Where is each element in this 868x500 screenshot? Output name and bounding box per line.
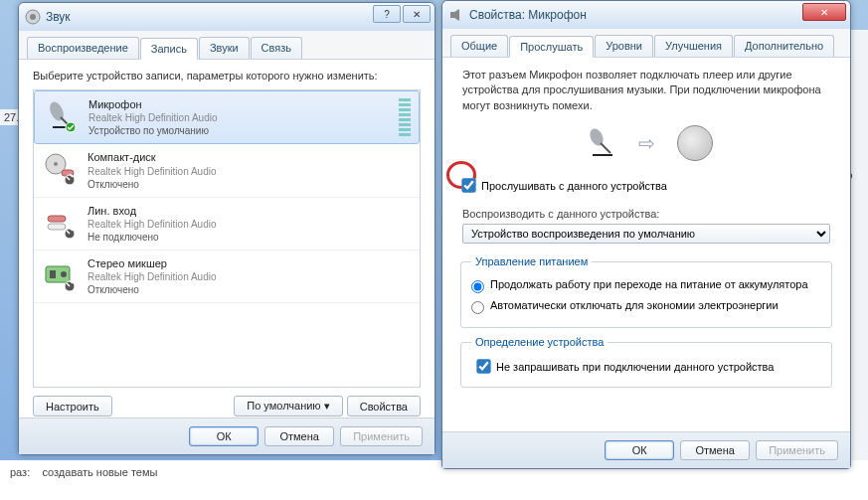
recording-instruction: Выберите устройство записи, параметры ко… <box>33 70 421 82</box>
listen-description: Этот разъем Микрофон позволяет подключат… <box>456 68 836 113</box>
device-list[interactable]: Микрофон Realtek High Definition Audio У… <box>33 89 421 388</box>
svg-point-15 <box>61 271 67 277</box>
device-driver: Realtek High Definition Audio <box>87 218 412 231</box>
playback-through-label: Воспроизводить с данного устройства: <box>456 204 836 222</box>
set-default-button[interactable]: По умолчанию ▾ <box>234 396 342 417</box>
svg-line-20 <box>601 143 610 153</box>
playback-device-select[interactable]: Устройство воспроизведения по умолчанию <box>462 224 830 244</box>
device-status: Отключено <box>87 283 412 296</box>
tabs-sound: Воспроизведение Запись Звуки Связь <box>19 31 434 60</box>
tab-recording[interactable]: Запись <box>140 38 198 60</box>
dialog-footer: ОК Отмена Применить <box>19 417 434 454</box>
listen-diagram: ⇨ <box>456 113 836 173</box>
power-continue-label: Продолжать работу при переходе на питани… <box>490 278 808 290</box>
tab-listen[interactable]: Прослушать <box>509 36 594 58</box>
listen-checkbox[interactable] <box>461 179 475 193</box>
listen-checkbox-label: Прослушивать с данного устройства <box>481 180 667 192</box>
detection-legend: Определение устройства <box>471 336 608 348</box>
device-linein[interactable]: Лин. вход Realtek High Definition Audio … <box>34 198 420 250</box>
device-cd[interactable]: Компакт-диск Realtek High Definition Aud… <box>34 144 420 197</box>
bg-raz: раз: <box>10 466 30 478</box>
titlebar-sound[interactable]: Звук ? ✕ <box>19 3 434 31</box>
tab-levels[interactable]: Уровни <box>595 35 653 57</box>
device-driver: Realtek High Definition Audio <box>87 165 412 178</box>
linein-icon <box>42 204 78 240</box>
ok-button[interactable]: ОК <box>605 440 674 460</box>
cancel-button[interactable]: Отмена <box>680 440 750 460</box>
tab-communications[interactable]: Связь <box>251 37 302 59</box>
device-stereomix[interactable]: Стерео микшер Realtek High Definition Au… <box>34 250 420 303</box>
power-continue-radio[interactable] <box>471 280 484 293</box>
help-button[interactable]: ? <box>373 5 401 23</box>
power-legend: Управление питанием <box>471 255 592 267</box>
titlebar-props[interactable]: Свойства: Микрофон ✕ <box>442 1 850 29</box>
tabs-props: Общие Прослушать Уровни Улучшения Дополн… <box>442 29 850 58</box>
sound-icon <box>25 9 41 25</box>
bg-bottom-text: создавать новые темы <box>42 466 157 478</box>
tab-advanced[interactable]: Дополнительно <box>734 35 834 57</box>
device-status: Не подключено <box>87 231 412 244</box>
device-status: Отключено <box>87 178 412 191</box>
device-status: Устройство по умолчанию <box>88 124 399 137</box>
microphone-icon <box>43 97 79 133</box>
jack-detection-group: Определение устройства Не запрашивать пр… <box>460 336 832 388</box>
properties-button[interactable]: Свойства <box>347 396 421 417</box>
device-name: Лин. вход <box>87 204 412 218</box>
power-auto-label: Автоматически отключать для экономии эле… <box>490 299 779 311</box>
window-sound: Звук ? ✕ Воспроизведение Запись Звуки Св… <box>18 2 435 455</box>
apply-button[interactable]: Применить <box>756 440 838 460</box>
detection-checkbox[interactable] <box>476 360 490 374</box>
configure-button[interactable]: Настроить <box>33 396 112 417</box>
ok-button[interactable]: ОК <box>189 426 259 446</box>
device-driver: Realtek High Definition Audio <box>87 270 412 283</box>
listen-checkbox-row: Прослушивать с данного устройства <box>456 175 836 196</box>
device-driver: Realtek High Definition Audio <box>88 111 399 124</box>
dialog-footer: ОК Отмена Применить <box>442 431 850 468</box>
cancel-button[interactable]: Отмена <box>264 426 334 446</box>
power-management-group: Управление питанием Продолжать работу пр… <box>460 255 832 328</box>
svg-point-7 <box>54 162 58 166</box>
device-microphone[interactable]: Микрофон Realtek High Definition Audio У… <box>34 90 420 144</box>
window-title: Свойства: Микрофон <box>469 8 587 22</box>
svg-rect-10 <box>48 216 66 222</box>
tab-playback[interactable]: Воспроизведение <box>27 37 139 59</box>
tab-general[interactable]: Общие <box>450 35 508 57</box>
speaker-device-icon <box>677 125 713 161</box>
cd-icon <box>42 150 78 186</box>
power-auto-radio[interactable] <box>471 301 484 314</box>
svg-rect-11 <box>48 224 66 230</box>
device-name: Стерео микшер <box>87 256 412 270</box>
window-mic-properties: Свойства: Микрофон ✕ Общие Прослушать Ур… <box>441 0 851 469</box>
close-button[interactable]: ✕ <box>403 5 431 23</box>
svg-rect-17 <box>450 12 454 18</box>
svg-rect-14 <box>50 270 56 278</box>
apply-button[interactable]: Применить <box>340 426 423 446</box>
window-title: Звук <box>46 10 71 24</box>
svg-marker-18 <box>454 9 459 21</box>
tab-sounds[interactable]: Звуки <box>199 37 250 59</box>
device-name: Компакт-диск <box>87 150 412 164</box>
arrow-icon: ⇨ <box>638 131 655 155</box>
level-meter <box>399 97 411 137</box>
detection-checkbox-label: Не запрашивать при подключении данного у… <box>496 361 774 373</box>
close-button[interactable]: ✕ <box>802 3 846 21</box>
tab-enhancements[interactable]: Улучшения <box>654 35 733 57</box>
svg-point-1 <box>30 14 36 20</box>
microphone-icon <box>581 125 616 161</box>
device-name: Микрофон <box>88 97 399 111</box>
soundcard-icon <box>42 256 78 292</box>
speaker-icon <box>448 7 464 23</box>
